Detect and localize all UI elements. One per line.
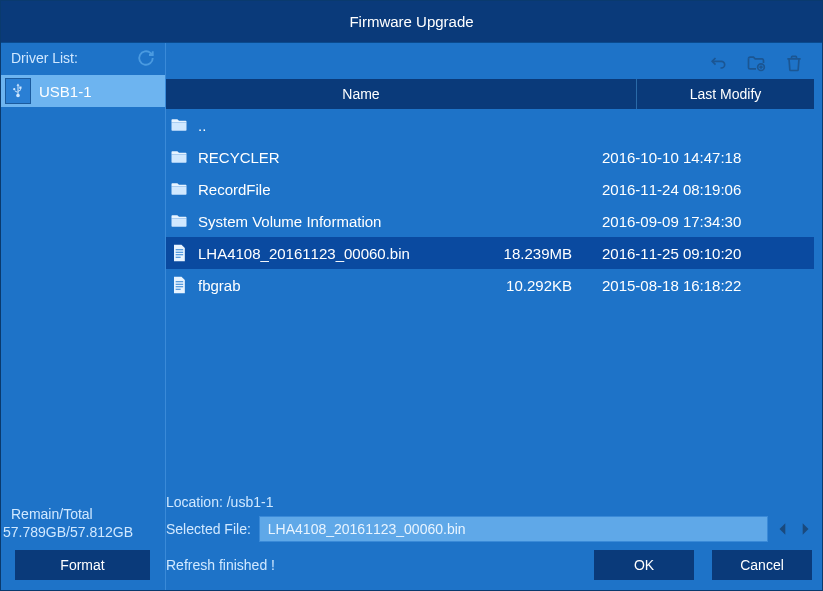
column-name: Name: [166, 86, 556, 102]
file-name: ..: [198, 117, 498, 134]
table-row[interactable]: LHA4108_20161123_00060.bin 18.239MB 2016…: [166, 237, 814, 269]
toolbar: [166, 43, 822, 79]
file-icon: [168, 275, 190, 295]
file-modify: 2016-11-24 08:19:06: [584, 181, 812, 198]
ok-button[interactable]: OK: [594, 550, 694, 580]
usb-icon: [5, 78, 31, 104]
window-title: Firmware Upgrade: [349, 13, 473, 30]
location-value: /usb1-1: [227, 494, 274, 510]
file-name: System Volume Information: [198, 213, 498, 230]
file-name: fbgrab: [198, 277, 498, 294]
file-modify: 2015-08-18 16:18:22: [584, 277, 812, 294]
file-size: 10.292KB: [498, 277, 584, 294]
sidebar: Driver List: USB1-1 Remain/Total 57.789G…: [1, 43, 166, 590]
driver-list-label: Driver List:: [11, 50, 78, 66]
sidebar-spacer: [1, 109, 165, 502]
prev-icon[interactable]: [776, 522, 790, 536]
back-icon[interactable]: [708, 53, 728, 73]
folder-icon: [168, 147, 190, 167]
location-row: Location: /usb1-1: [166, 494, 812, 516]
table-header: Name Last Modify: [166, 79, 814, 109]
table-row[interactable]: RECYCLER 2016-10-10 14:47:18: [166, 141, 814, 173]
main-panel: Name Last Modify .. RECYCLER 2016-10-10 …: [166, 43, 822, 590]
file-modify: 2016-09-09 17:34:30: [584, 213, 812, 230]
file-modify: 2016-11-25 09:10:20: [584, 245, 812, 262]
table-row[interactable]: System Volume Information 2016-09-09 17:…: [166, 205, 814, 237]
bottom-panel: Location: /usb1-1 Selected File: Refresh…: [166, 488, 822, 590]
folder-icon: [168, 179, 190, 199]
selected-file-label: Selected File:: [166, 521, 251, 537]
next-icon[interactable]: [798, 522, 812, 536]
remain-total-label: Remain/Total: [1, 502, 165, 524]
new-folder-icon[interactable]: [746, 53, 766, 73]
title-bar: Firmware Upgrade: [1, 1, 822, 43]
firmware-upgrade-window: Firmware Upgrade Driver List: USB1-1 Rem…: [0, 0, 823, 591]
table-row[interactable]: RecordFile 2016-11-24 08:19:06: [166, 173, 814, 205]
status-text: Refresh finished !: [166, 557, 275, 573]
window-body: Driver List: USB1-1 Remain/Total 57.789G…: [1, 43, 822, 590]
format-button[interactable]: Format: [15, 550, 150, 580]
selected-file-row: Selected File:: [166, 516, 812, 550]
driver-item[interactable]: USB1-1: [1, 75, 165, 107]
file-list[interactable]: .. RECYCLER 2016-10-10 14:47:18 RecordFi…: [166, 109, 814, 488]
file-modify: 2016-10-10 14:47:18: [584, 149, 812, 166]
table-row[interactable]: ..: [166, 109, 814, 141]
driver-list-header: Driver List:: [1, 43, 165, 73]
dialog-buttons: OK Cancel: [594, 550, 812, 580]
file-name: LHA4108_20161123_00060.bin: [198, 245, 498, 262]
folder-icon: [168, 115, 190, 135]
column-modify: Last Modify: [636, 79, 814, 109]
selected-file-input[interactable]: [259, 516, 768, 542]
file-name: RecordFile: [198, 181, 498, 198]
button-row: Refresh finished ! OK Cancel: [166, 550, 812, 580]
refresh-icon[interactable]: [137, 49, 155, 67]
folder-icon: [168, 211, 190, 231]
driver-item-label: USB1-1: [39, 83, 92, 100]
file-name: RECYCLER: [198, 149, 498, 166]
remain-total-value: 57.789GB/57.812GB: [1, 524, 165, 550]
cancel-button[interactable]: Cancel: [712, 550, 812, 580]
delete-icon[interactable]: [784, 53, 804, 73]
table-row[interactable]: fbgrab 10.292KB 2015-08-18 16:18:22: [166, 269, 814, 301]
file-icon: [168, 243, 190, 263]
location-label: Location:: [166, 494, 223, 510]
file-size: 18.239MB: [498, 245, 584, 262]
